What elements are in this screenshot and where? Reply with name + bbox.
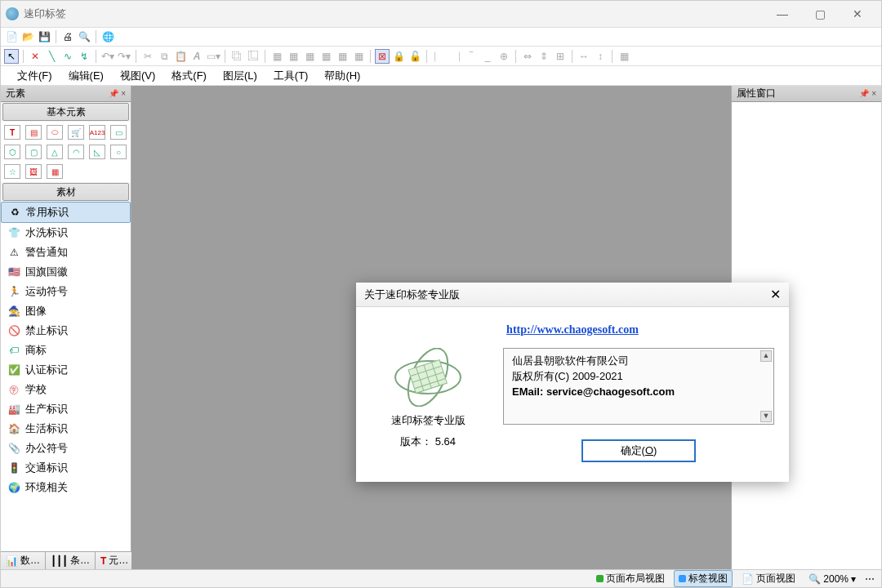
rect-tool-icon[interactable]: ▭ <box>110 125 127 140</box>
material-item[interactable]: 🧙图像 <box>1 301 131 321</box>
material-item[interactable]: ✅认证标记 <box>1 360 131 380</box>
al1-icon[interactable]: ⎸ <box>431 49 446 64</box>
undo-icon[interactable]: ↶▾ <box>100 49 115 64</box>
align-c-icon[interactable]: ▦ <box>302 49 317 64</box>
hex-tool-icon[interactable]: ⬡ <box>4 145 20 159</box>
menu-layer[interactable]: 图层(L) <box>215 67 265 85</box>
al2-icon[interactable]: ⎹ <box>448 49 462 64</box>
maximize-button[interactable]: ▢ <box>801 1 839 27</box>
about-url[interactable]: http://www.chaogesoft.com <box>371 323 774 336</box>
menu-file[interactable]: 文件(F) <box>9 67 60 85</box>
status-label-view[interactable]: 标签视图 <box>674 570 733 587</box>
status-page-view[interactable]: 📄页面视图 <box>737 571 800 586</box>
material-item[interactable]: 🏠生活标识 <box>1 419 131 439</box>
material-item[interactable]: 📎办公符号 <box>1 439 131 458</box>
copy-icon[interactable]: ⧉ <box>157 49 172 64</box>
menu-format[interactable]: 格式(F) <box>163 67 215 85</box>
basic-elements-palette: T ▤ ⬭ 🛒 A123 ▭ ⬡ ▢ △ ◠ ◺ ○ ☆ 🖼 ▦ <box>1 122 131 182</box>
pointer-icon[interactable]: ↖ <box>4 49 19 64</box>
font-icon[interactable]: A <box>189 49 204 64</box>
material-item[interactable]: 🇺🇸国旗国徽 <box>1 262 131 282</box>
al3-icon[interactable]: ‾ <box>464 49 479 64</box>
scroll-down-icon[interactable]: ▼ <box>760 411 772 422</box>
lock-sel-icon[interactable]: ⊠ <box>375 49 390 64</box>
material-item[interactable]: 🏷商标 <box>1 341 131 360</box>
globe-icon[interactable]: 🌐 <box>100 29 115 44</box>
tab-elements[interactable]: T元… <box>96 552 134 569</box>
dist1-icon[interactable]: ⇔ <box>520 49 535 64</box>
canvas[interactable]: 关于速印标签专业版 ✕ http://www.chaogesoft.com <box>131 86 732 569</box>
minimize-button[interactable]: — <box>764 1 801 27</box>
materials-header[interactable]: 素材 <box>2 183 129 201</box>
ruler-tool-icon[interactable]: ▤ <box>25 125 42 140</box>
tri-tool-icon[interactable]: △ <box>47 145 63 159</box>
align-a-icon[interactable]: ▦ <box>270 49 284 64</box>
tab-barcode[interactable]: ┃┃┃条… <box>46 552 96 569</box>
group-icon[interactable]: ⿻ <box>229 49 244 64</box>
close-button[interactable]: ✕ <box>839 1 876 27</box>
menu-edit[interactable]: 编辑(E) <box>60 67 112 85</box>
open-icon[interactable]: 📂 <box>20 29 35 44</box>
scroll-up-icon[interactable]: ▲ <box>760 350 772 362</box>
al4-icon[interactable]: _ <box>480 49 495 64</box>
paste-icon[interactable]: 📋 <box>173 49 188 64</box>
text-tool-icon[interactable]: T <box>4 125 20 140</box>
align-d-icon[interactable]: ▦ <box>318 49 333 64</box>
pin-icon[interactable]: 📌 × <box>109 89 126 98</box>
menu-view[interactable]: 视图(V) <box>112 67 163 85</box>
circle-tool-icon[interactable]: ○ <box>110 145 127 159</box>
lock-all-icon[interactable]: 🔒 <box>391 49 406 64</box>
tab-data[interactable]: 📊数… <box>1 552 46 569</box>
line-tool-icon[interactable]: ╲ <box>44 49 59 64</box>
unlock-icon[interactable]: 🔓 <box>408 49 422 64</box>
align-f-icon[interactable]: ▦ <box>351 49 366 64</box>
new-icon[interactable]: 📄 <box>4 29 19 44</box>
status-overflow[interactable]: ⋯ <box>865 573 875 585</box>
material-item[interactable]: 🚦交通标识 <box>1 458 131 478</box>
star-tool-icon[interactable]: ☆ <box>4 164 20 179</box>
material-item[interactable]: 🏃运动符号 <box>1 282 131 301</box>
material-item[interactable]: ⚠警告通知 <box>1 243 131 262</box>
about-dialog-titlebar: 关于速印标签专业版 ✕ <box>356 283 789 307</box>
grid-icon[interactable]: ▦ <box>617 49 631 64</box>
about-ok-button[interactable]: 确定(O) <box>581 439 696 462</box>
material-item[interactable]: 🚫禁止标识 <box>1 321 131 341</box>
counter-tool-icon[interactable]: A123 <box>89 125 105 140</box>
align-e-icon[interactable]: ▦ <box>335 49 350 64</box>
preview-icon[interactable]: 🔍 <box>77 29 91 44</box>
sz2-icon[interactable]: ↕ <box>593 49 608 64</box>
roundrect-tool-icon[interactable]: ▢ <box>25 145 42 159</box>
print-icon[interactable]: 🖨 <box>60 29 75 44</box>
image-tool-icon[interactable]: 🖼 <box>25 164 42 179</box>
material-item[interactable]: 🌍环境相关 <box>1 478 131 497</box>
arc-tool-icon[interactable]: ◠ <box>68 145 84 159</box>
polyline-tool-icon[interactable]: ↯ <box>77 49 91 64</box>
cut-icon[interactable]: ✂ <box>140 49 155 64</box>
material-item[interactable]: ㊫学校 <box>1 380 131 399</box>
ungroup-icon[interactable]: ⿺ <box>246 49 261 64</box>
status-layout-view[interactable]: 页面布局视图 <box>592 571 669 586</box>
menu-tools[interactable]: 工具(T) <box>265 67 317 85</box>
save-icon[interactable]: 💾 <box>37 29 51 44</box>
align-b-icon[interactable]: ▦ <box>286 49 301 64</box>
about-close-button[interactable]: ✕ <box>770 287 781 302</box>
curve-tool-icon[interactable]: ∿ <box>60 49 75 64</box>
material-item[interactable]: 👕水洗标识 <box>1 223 131 243</box>
table-tool-icon[interactable]: ▦ <box>47 164 63 179</box>
basic-elements-header[interactable]: 基本元素 <box>2 103 129 121</box>
redo-icon[interactable]: ↷▾ <box>117 49 131 64</box>
material-item[interactable]: 🏭生产标识 <box>1 399 131 419</box>
pin-icon[interactable]: 📌 × <box>859 89 876 98</box>
delete-icon[interactable]: ✕ <box>28 49 42 64</box>
status-zoom[interactable]: 🔍200%▾ <box>804 572 860 586</box>
al5-icon[interactable]: ⊕ <box>497 49 511 64</box>
menu-help[interactable]: 帮助(H) <box>316 67 368 85</box>
fill-icon[interactable]: ▭▾ <box>206 49 220 64</box>
dist2-icon[interactable]: ⇕ <box>537 49 551 64</box>
ellipse-tool-icon[interactable]: ⬭ <box>47 125 63 140</box>
rtri-tool-icon[interactable]: ◺ <box>89 145 105 159</box>
dist3-icon[interactable]: ⊞ <box>553 49 568 64</box>
cart-tool-icon[interactable]: 🛒 <box>68 125 84 140</box>
material-item[interactable]: ♻常用标识 <box>1 202 131 223</box>
sz1-icon[interactable]: ↔ <box>577 49 591 64</box>
